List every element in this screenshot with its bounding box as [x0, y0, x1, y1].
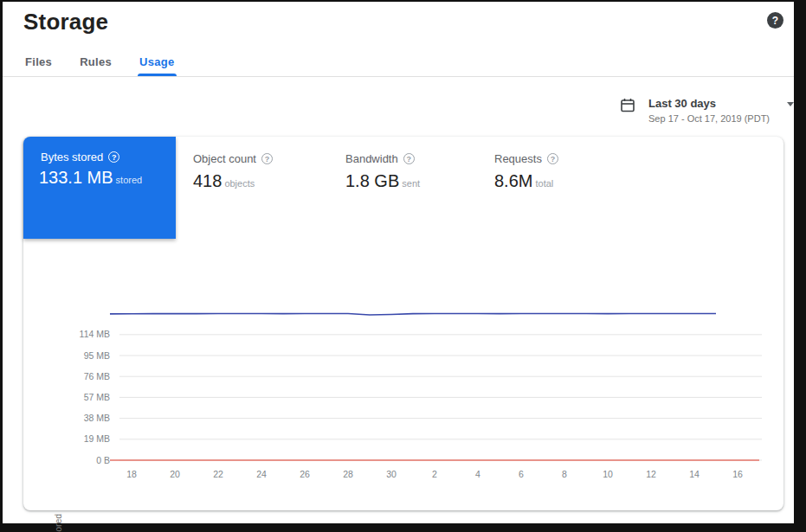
tab-usage[interactable]: Usage — [138, 52, 177, 76]
calendar-icon — [619, 97, 636, 118]
svg-text:57 MB: 57 MB — [84, 392, 110, 402]
metric-requests-value: 8.6M — [494, 171, 532, 190]
metric-requests-label: Requests — [494, 152, 542, 165]
tab-rules-label: Rules — [80, 55, 112, 68]
svg-text:95 MB: 95 MB — [84, 350, 110, 361]
svg-text:19 MB: 19 MB — [84, 433, 110, 444]
usage-chart-plot: 0 B19 MB38 MB57 MB76 MB95 MB114 MB182022… — [48, 298, 770, 502]
svg-text:26: 26 — [300, 469, 310, 479]
metric-requests-help-icon[interactable]: ? — [547, 153, 558, 164]
metric-bytes-stored-label: Bytes stored — [41, 151, 103, 163]
metric-bandwidth-unit: sent — [402, 178, 420, 189]
metric-bandwidth-label: Bandwidth — [345, 152, 398, 165]
metric-bandwidth-help-icon[interactable]: ? — [403, 153, 415, 164]
chevron-down-icon — [787, 102, 794, 106]
svg-text:0 B: 0 B — [96, 455, 110, 465]
usage-card: Bytes stored ? 133.1 MBstored Object cou… — [23, 137, 783, 510]
svg-text:30: 30 — [386, 469, 397, 479]
svg-text:22: 22 — [213, 469, 223, 479]
tab-bar-divider — [3, 76, 794, 77]
usage-chart: Bytes stored 0 B19 MB38 MB57 MB76 MB95 M… — [48, 298, 770, 502]
svg-text:38 MB: 38 MB — [84, 413, 110, 423]
metric-object-count-help-icon[interactable]: ? — [261, 153, 273, 164]
metric-requests-unit: total — [535, 178, 553, 189]
tab-rules[interactable]: Rules — [78, 52, 113, 76]
tab-usage-label: Usage — [139, 55, 175, 68]
svg-text:8: 8 — [562, 469, 567, 479]
tab-files-label: Files — [25, 55, 52, 68]
page-title: Storage — [23, 9, 108, 35]
svg-text:20: 20 — [170, 469, 180, 479]
date-range-detail: Sep 17 - Oct 17, 2019 (PDT) — [648, 113, 770, 124]
tab-files[interactable]: Files — [23, 52, 54, 76]
metric-object-count-value: 418 — [193, 171, 222, 190]
svg-text:24: 24 — [256, 469, 267, 479]
metric-card-object-count[interactable]: Object count ? 418objects — [193, 137, 273, 191]
svg-text:76 MB: 76 MB — [84, 371, 110, 381]
metric-bytes-stored-unit: stored — [116, 175, 143, 185]
svg-text:14: 14 — [689, 469, 700, 479]
metric-card-requests[interactable]: Requests ? 8.6Mtotal — [494, 137, 558, 191]
svg-text:16: 16 — [732, 469, 743, 479]
svg-text:12: 12 — [646, 469, 656, 479]
metric-bytes-stored-help-icon[interactable]: ? — [108, 151, 119, 163]
metric-bytes-stored-value: 133.1 MB — [39, 168, 113, 187]
svg-text:4: 4 — [475, 469, 480, 479]
metric-bandwidth-value: 1.8 GB — [345, 171, 399, 190]
metric-object-count-unit: objects — [224, 178, 255, 189]
svg-text:114 MB: 114 MB — [80, 329, 110, 339]
metric-card-bandwidth[interactable]: Bandwidth ? 1.8 GBsent — [345, 137, 420, 191]
tab-bar: Files Rules Usage — [23, 52, 201, 76]
help-icon[interactable]: ? — [767, 12, 783, 29]
svg-text:10: 10 — [603, 469, 613, 479]
date-range-label: Last 30 days — [648, 97, 716, 110]
metric-object-count-label: Object count — [193, 152, 256, 165]
svg-text:28: 28 — [343, 469, 353, 479]
svg-text:18: 18 — [126, 469, 137, 479]
storage-page: Storage ? Files Rules Usage — [3, 2, 794, 523]
metric-card-bytes-stored[interactable]: Bytes stored ? 133.1 MBstored — [23, 137, 176, 239]
screenshot-frame: Storage ? Files Rules Usage — [0, 0, 806, 532]
svg-text:6: 6 — [519, 469, 524, 479]
chart-y-axis-label: Bytes stored — [53, 487, 63, 532]
svg-text:2: 2 — [432, 469, 437, 479]
